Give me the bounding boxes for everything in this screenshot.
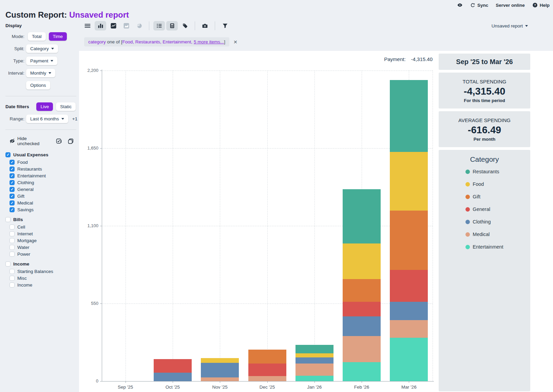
bar-segment-gift-6[interactable] bbox=[390, 211, 428, 270]
checkbox-item-internet[interactable]: Internet bbox=[9, 231, 79, 236]
date-live-button[interactable]: Live bbox=[36, 102, 53, 111]
checkbox[interactable] bbox=[9, 252, 15, 257]
checkbox-item-income[interactable]: Income bbox=[5, 261, 79, 267]
range-extra-button[interactable]: +1 bbox=[72, 116, 77, 121]
bar-segment-food-6[interactable] bbox=[390, 152, 428, 211]
checkbox-item-entertainment[interactable]: ✓Entertainment bbox=[9, 173, 79, 178]
bar-segment-gift-3[interactable] bbox=[248, 350, 286, 364]
bar-segment-clothing-5[interactable] bbox=[343, 316, 381, 336]
menu-icon[interactable] bbox=[82, 21, 93, 31]
bar-segment-restaurants-6[interactable] bbox=[390, 80, 428, 152]
checkbox-item-food[interactable]: ✓Food bbox=[9, 160, 79, 165]
sync-button[interactable]: Sync bbox=[470, 3, 488, 8]
checkbox-item-clothing[interactable]: ✓Clothing bbox=[9, 180, 79, 185]
select-all-button[interactable] bbox=[56, 138, 62, 144]
checkbox[interactable] bbox=[5, 217, 11, 222]
report-name[interactable]: Unsaved report bbox=[69, 10, 129, 19]
bar-segment-clothing-1[interactable] bbox=[154, 373, 192, 381]
checkbox[interactable]: ✓ bbox=[9, 187, 15, 192]
bar-segment-medical-4[interactable] bbox=[295, 364, 333, 376]
bar-segment-gift-5[interactable] bbox=[343, 279, 381, 302]
checkbox-item-water[interactable]: Water bbox=[9, 245, 79, 250]
checkbox[interactable] bbox=[9, 282, 15, 288]
bar-segment-restaurants-5[interactable] bbox=[343, 189, 381, 243]
legend-item-clothing[interactable]: Clothing bbox=[465, 219, 503, 224]
bar-segment-general-3[interactable] bbox=[248, 364, 286, 376]
bar-segment-entertainment-6[interactable] bbox=[390, 338, 428, 381]
options-button[interactable]: Options bbox=[26, 81, 50, 90]
legend-item-food[interactable]: Food bbox=[465, 181, 503, 187]
bar-segment-medical-3[interactable] bbox=[248, 376, 286, 381]
privacy-toggle[interactable] bbox=[457, 2, 463, 8]
interval-dropdown[interactable]: Monthly bbox=[26, 69, 55, 77]
bar-segment-entertainment-5[interactable] bbox=[343, 362, 381, 381]
legend-item-medical[interactable]: Medical bbox=[465, 232, 503, 237]
split-dropdown[interactable]: Category bbox=[26, 44, 58, 53]
area-chart-icon[interactable] bbox=[120, 21, 132, 31]
mode-total-button[interactable]: Total bbox=[28, 32, 46, 41]
type-dropdown[interactable]: Payment bbox=[26, 57, 57, 65]
checkbox[interactable] bbox=[9, 238, 15, 243]
checkbox-item-mortgage[interactable]: Mortgage bbox=[9, 238, 79, 243]
checkbox-item-medical[interactable]: ✓Medical bbox=[9, 200, 79, 205]
checkbox-item-general[interactable]: ✓General bbox=[9, 187, 79, 192]
checkbox-item-restaurants[interactable]: ✓Restaurants bbox=[9, 166, 79, 172]
server-status[interactable]: Server online bbox=[496, 3, 525, 8]
checkbox-item-cell[interactable]: Cell bbox=[9, 224, 79, 230]
checkbox-item-usual-expenses[interactable]: ✓Usual Expenses bbox=[5, 152, 79, 157]
mode-time-button[interactable]: Time bbox=[49, 32, 67, 41]
checkbox[interactable] bbox=[5, 261, 11, 267]
bar-segment-clothing-6[interactable] bbox=[390, 302, 428, 320]
checkbox[interactable]: ✓ bbox=[9, 207, 15, 212]
bar-segment-clothing-2[interactable] bbox=[201, 363, 239, 377]
legend-item-gift[interactable]: Gift bbox=[465, 194, 503, 199]
filter-icon[interactable] bbox=[219, 21, 231, 31]
filter-chip[interactable]: category one of [Food, Restaurants, Ente… bbox=[84, 37, 229, 46]
report-selector-dropdown[interactable]: Unsaved report bbox=[492, 23, 528, 28]
calculator-icon[interactable] bbox=[166, 21, 178, 31]
legend-item-entertainment[interactable]: Entertainment bbox=[465, 244, 503, 250]
bar-segment-food-5[interactable] bbox=[343, 243, 381, 279]
checkbox[interactable]: ✓ bbox=[9, 180, 15, 185]
checkbox[interactable] bbox=[9, 269, 15, 274]
bar-segment-restaurants-4[interactable] bbox=[295, 345, 333, 354]
checkbox[interactable] bbox=[9, 276, 15, 281]
checkbox[interactable]: ✓ bbox=[5, 152, 11, 157]
bar-segment-food-4[interactable] bbox=[295, 353, 333, 357]
bar-segment-medical-6[interactable] bbox=[390, 320, 428, 338]
help-button[interactable]: ? Help bbox=[532, 2, 550, 8]
deselect-all-button[interactable] bbox=[68, 138, 74, 144]
line-chart-icon[interactable] bbox=[108, 21, 119, 31]
hide-unchecked-label[interactable]: Hide unchecked bbox=[17, 136, 50, 146]
checkbox-item-bills[interactable]: Bills bbox=[5, 217, 79, 222]
camera-icon[interactable] bbox=[199, 21, 211, 31]
bar-segment-general-1[interactable] bbox=[154, 359, 192, 373]
checkbox-item-power[interactable]: Power bbox=[9, 252, 79, 257]
list-view-icon[interactable] bbox=[153, 21, 165, 31]
checkbox[interactable] bbox=[9, 231, 15, 236]
checkbox[interactable] bbox=[9, 245, 15, 250]
bar-segment-food-2[interactable] bbox=[201, 358, 239, 363]
checkbox[interactable]: ✓ bbox=[9, 160, 15, 165]
checkbox[interactable]: ✓ bbox=[9, 200, 15, 205]
checkbox-item-misc[interactable]: Misc bbox=[9, 276, 79, 281]
bar-segment-clothing-4[interactable] bbox=[295, 357, 333, 364]
bar-chart-icon[interactable] bbox=[95, 21, 106, 31]
bar-segment-medical-2[interactable] bbox=[201, 377, 239, 381]
tag-icon[interactable] bbox=[179, 21, 191, 31]
legend-item-restaurants[interactable]: Restaurants bbox=[465, 169, 503, 174]
range-dropdown[interactable]: Last 6 months bbox=[26, 115, 68, 123]
bar-segment-general-6[interactable] bbox=[390, 270, 428, 302]
filter-remove-button[interactable]: ✕ bbox=[233, 39, 237, 45]
bar-segment-general-5[interactable] bbox=[343, 302, 381, 316]
checkbox[interactable]: ✓ bbox=[9, 166, 15, 172]
checkbox[interactable] bbox=[9, 224, 15, 230]
checkbox-item-gift[interactable]: ✓Gift bbox=[9, 194, 79, 199]
legend-item-general[interactable]: General bbox=[465, 207, 503, 212]
donut-chart-icon[interactable] bbox=[133, 21, 145, 31]
bar-segment-entertainment-4[interactable] bbox=[295, 376, 333, 381]
date-static-button[interactable]: Static bbox=[56, 102, 76, 111]
checkbox[interactable]: ✓ bbox=[9, 173, 15, 178]
checkbox-item-savings[interactable]: ✓Savings bbox=[9, 207, 79, 212]
bar-segment-medical-5[interactable] bbox=[343, 336, 381, 362]
